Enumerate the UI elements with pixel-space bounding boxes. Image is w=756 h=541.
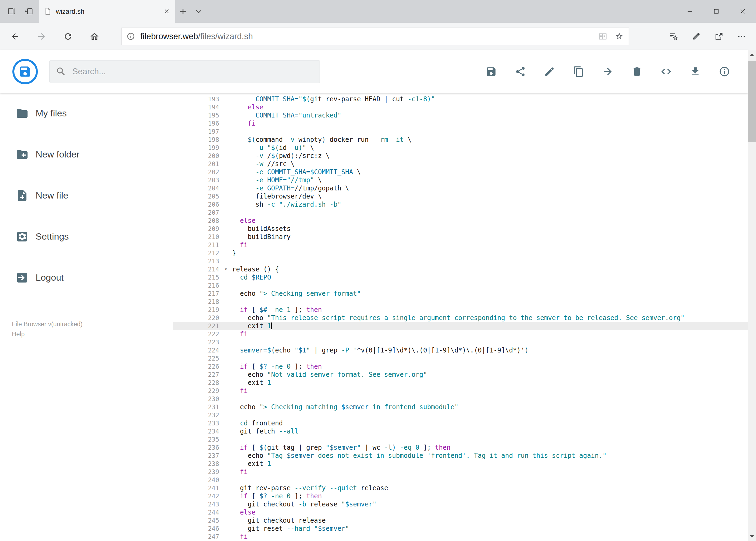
info-button[interactable] [719,66,730,77]
code-line-237[interactable]: 237 echo "Tag $semver does not exist in … [173,452,748,460]
code-line-216[interactable]: 216 [173,281,748,289]
code-line-227[interactable]: 227 echo "Not valid semver format. See s… [173,370,748,379]
web-note-button[interactable] [685,26,707,47]
reading-view-icon[interactable] [598,32,607,41]
code-line-222[interactable]: 222 fi [173,330,748,338]
filebrowser-logo[interactable] [12,59,38,84]
window-maximize-button[interactable] [703,0,730,23]
code-line-209[interactable]: 209 buildAssets [173,225,748,233]
window-close-button[interactable] [730,0,756,23]
code-line-197[interactable]: 197 [173,128,748,136]
code-line-196[interactable]: 196 fi [173,119,748,128]
code-line-242[interactable]: 242 if [ $? -ne 0 ]; then [173,492,748,500]
code-line-212[interactable]: 212} [173,249,748,257]
scrollbar-thumb[interactable] [748,61,756,142]
code-line-217[interactable]: 217 echo "> Checking semver format" [173,289,748,297]
code-line-211[interactable]: 211 fi [173,241,748,249]
rename-button[interactable] [544,66,555,77]
code-line-214[interactable]: 214▾release () { [173,265,748,273]
code-line-195[interactable]: 195 COMMIT_SHA="untracked" [173,111,748,119]
code-line-204[interactable]: 204 -e GOPATH=//tmp/gopath \ [173,184,748,192]
code-line-229[interactable]: 229 fi [173,387,748,395]
share-button[interactable] [515,66,526,77]
tab-preview-toggle-button[interactable] [191,0,206,23]
sidebar-item-settings[interactable]: Settings [0,216,173,257]
sidebar-item-new-folder[interactable]: New folder [0,134,173,175]
sidebar-item-logout[interactable]: Logout [0,257,173,298]
code-line-239[interactable]: 239 fi [173,468,748,476]
code-line-241[interactable]: 241 git rev-parse --verify --quiet relea… [173,484,748,492]
code-line-230[interactable]: 230 [173,395,748,403]
delete-button[interactable] [631,66,642,77]
code-line-226[interactable]: 226 if [ $? -ne 0 ]; then [173,362,748,370]
fold-marker-icon[interactable]: ▾ [225,265,227,273]
code-line-213[interactable]: 213 [173,257,748,265]
copy-button[interactable] [573,66,584,77]
code-line-238[interactable]: 238 exit 1 [173,460,748,468]
url-text[interactable]: filebrowser.web/files/wizard.sh [140,32,253,41]
scroll-down-arrow[interactable] [748,532,756,541]
code-line-228[interactable]: 228 exit 1 [173,379,748,387]
new-tab-button[interactable] [175,0,191,23]
code-line-210[interactable]: 210 buildBinary [173,233,748,241]
hub-favorites-button[interactable] [662,26,685,47]
save-button[interactable] [486,66,497,77]
scroll-up-arrow[interactable] [748,50,756,59]
code-line-236[interactable]: 236 if [ $(git tag | grep "$semver" | wc… [173,443,748,452]
code-line-201[interactable]: 201 -w //src \ [173,160,748,168]
sidebar-item-my-files[interactable]: My files [0,93,173,134]
forward-button[interactable] [31,26,52,47]
code-line-234[interactable]: 234 git fetch --all [173,427,748,435]
code-line-220[interactable]: 220 echo "This release script requires a… [173,314,748,322]
code-line-223[interactable]: 223 [173,338,748,346]
code-line-193[interactable]: 193 COMMIT_SHA="$(git rev-parse HEAD | c… [173,95,748,103]
search-input[interactable] [72,66,314,77]
set-tabs-aside-button[interactable] [21,0,37,23]
site-info-icon[interactable] [126,32,135,41]
back-button[interactable] [5,26,25,47]
code-line-200[interactable]: 200 -v /$(pwd):/src:z \ [173,152,748,160]
code-line-246[interactable]: 246 git reset --hard "$semver" [173,525,748,533]
code-line-207[interactable]: 207 [173,209,748,217]
search-box[interactable] [49,60,320,83]
code-line-198[interactable]: 198 $(command -v winpty) docker run --rm… [173,136,748,144]
code-line-219[interactable]: 219 if [ $# -ne 1 ]; then [173,306,748,314]
tabs-you-set-aside-button[interactable] [4,0,19,23]
code-line-244[interactable]: 244 else [173,508,748,516]
code-line-232[interactable]: 232 [173,411,748,419]
more-menu-button[interactable] [730,26,753,47]
code-line-231[interactable]: 231 echo "> Checking matching $semver in… [173,403,748,411]
code-line-206[interactable]: 206 sh -c "./wizard.sh -b" [173,201,748,209]
favorite-star-icon[interactable] [615,32,624,41]
download-button[interactable] [690,66,701,77]
move-button[interactable] [602,66,614,77]
code-line-235[interactable]: 235 [173,435,748,443]
code-line-208[interactable]: 208 else [173,217,748,225]
code-editor[interactable]: 193 COMMIT_SHA="$(git rev-parse HEAD | c… [173,93,748,541]
window-minimize-button[interactable] [677,0,703,23]
refresh-button[interactable] [58,26,78,47]
tab-close-icon[interactable] [163,8,170,15]
code-line-243[interactable]: 243 git checkout -b release "$semver" [173,500,748,508]
code-line-221[interactable]: 221 exit 1 [173,322,748,330]
code-line-240[interactable]: 240 [173,476,748,484]
code-line-199[interactable]: 199 -u "$(id -u)" \ [173,144,748,152]
url-field[interactable]: filebrowser.web/files/wizard.sh [122,28,629,45]
page-scrollbar[interactable] [748,50,756,541]
code-line-247[interactable]: 247 fi [173,533,748,541]
share-button[interactable] [707,26,730,47]
help-link[interactable]: Help [12,329,83,339]
code-line-205[interactable]: 205 filebrowser/dev \ [173,192,748,201]
code-line-203[interactable]: 203 -e HOME="//tmp" \ [173,176,748,184]
code-line-202[interactable]: 202 -e COMMIT_SHA=$COMMIT_SHA \ [173,168,748,176]
code-line-233[interactable]: 233 cd frontend [173,419,748,427]
sidebar-item-new-file[interactable]: New file [0,175,173,216]
code-line-225[interactable]: 225 [173,354,748,362]
browser-tab[interactable]: wizard.sh [39,0,175,23]
code-button[interactable] [660,66,672,77]
code-line-224[interactable]: 224 semver=$(echo "$1" | grep -P '^v(0|[… [173,346,748,354]
code-line-218[interactable]: 218 [173,297,748,306]
code-line-194[interactable]: 194 else [173,103,748,111]
home-button[interactable] [84,26,105,47]
code-line-245[interactable]: 245 git checkout release [173,516,748,525]
